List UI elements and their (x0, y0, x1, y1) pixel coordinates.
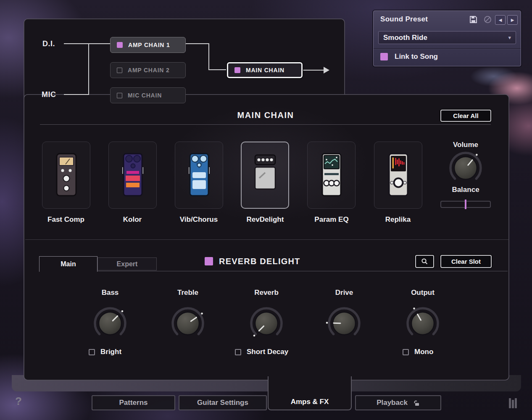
preset-divider (374, 48, 521, 49)
tab-patterns[interactable]: Patterns (92, 395, 175, 410)
clear-slot-label: Clear Slot (451, 258, 481, 265)
link-to-song-label: Link to Song (395, 52, 438, 61)
clear-all-button[interactable]: Clear All (440, 110, 491, 122)
treble-knob[interactable] (167, 302, 209, 344)
chevron-down-icon: ▾ (508, 34, 511, 41)
amp-chain-1-button[interactable]: AMP CHAIN 1 (110, 37, 186, 53)
slot-label-vib-chorus: Vib/Chorus (165, 215, 232, 224)
bright-toggle[interactable]: Bright (89, 348, 121, 356)
effect-active-indicator (205, 257, 213, 265)
mic-chain-inactive-indicator (117, 93, 122, 98)
keyboard-button[interactable] (507, 397, 519, 411)
mic-chain-button[interactable]: MIC CHAIN (110, 87, 186, 103)
pedal-art-chorus-icon (186, 152, 213, 198)
slot-label-revdelight: RevDelight (232, 215, 299, 224)
unlock-icon (413, 399, 420, 407)
tab-amps-fx[interactable]: Amps & FX (268, 376, 352, 410)
pedal-art-kolor-icon (119, 152, 146, 198)
fx-slot-param-eq[interactable] (307, 142, 356, 209)
tab-expert-label: Expert (117, 260, 138, 268)
tab-expert[interactable]: Expert (97, 257, 157, 270)
amp-chain-2-inactive-indicator (117, 68, 122, 73)
main-chain-node-button[interactable]: MAIN CHAIN (227, 62, 303, 78)
keyboard-icon (507, 397, 519, 409)
balance-label: Balance (436, 186, 495, 194)
fx-slot-revdelight[interactable] (241, 142, 289, 209)
balance-slider[interactable] (440, 201, 491, 208)
link-to-song-checkbox[interactable] (380, 53, 388, 60)
balance-slider-handle[interactable] (465, 200, 466, 209)
clear-all-label: Clear All (453, 112, 478, 119)
tab-patterns-label: Patterns (119, 399, 147, 407)
bass-label: Bass (81, 289, 140, 297)
mono-checkbox[interactable] (403, 349, 409, 355)
window-frame (12, 375, 521, 391)
short-decay-label: Short Decay (247, 348, 288, 356)
amp-chain-1-active-indicator (117, 42, 123, 48)
main-chain-active-indicator (234, 67, 240, 73)
reverb-label: Reverb (237, 289, 296, 297)
short-decay-toggle[interactable]: Short Decay (235, 348, 288, 356)
fx-slot-fast-comp[interactable] (42, 142, 90, 209)
slot-label-param-eq: Param EQ (298, 215, 365, 224)
pedal-art-delay-icon (385, 152, 412, 198)
output-knob[interactable] (402, 302, 444, 344)
amp-chain-2-button[interactable]: AMP CHAIN 2 (110, 62, 186, 78)
signal-arrow-icon (324, 67, 329, 74)
prev-icon: ◀ (499, 18, 502, 22)
main-chain-node-label: MAIN CHAIN (246, 67, 284, 74)
sound-preset-title: Sound Preset (380, 15, 428, 24)
tab-guitar-settings[interactable]: Guitar Settings (179, 395, 267, 410)
pedal-art-param-eq-icon (318, 152, 345, 198)
bright-checkbox[interactable] (89, 349, 95, 355)
fx-slot-kolor[interactable] (108, 142, 157, 209)
editor-header-divider (39, 271, 508, 271)
volume-knob[interactable] (445, 147, 487, 189)
output-label: Output (393, 289, 452, 297)
tab-main-label: Main (61, 260, 76, 268)
pedal-art-reverb-amp-icon (252, 152, 279, 198)
section-divider (25, 239, 508, 240)
mic-chain-label: MIC CHAIN (128, 92, 162, 99)
tab-playback[interactable]: Playback (355, 395, 441, 410)
mono-label: Mono (414, 348, 433, 356)
effect-title: REVERB DELIGHT (219, 257, 300, 266)
link-to-song-toggle[interactable]: Link to Song (380, 52, 438, 61)
bass-knob[interactable] (89, 302, 131, 344)
help-button[interactable]: ? (15, 395, 22, 408)
fx-slot-vib-chorus[interactable] (175, 142, 223, 209)
browse-effect-button[interactable] (415, 255, 434, 268)
sound-preset-panel: Sound Preset ◀ ▶ Smooth Ride ▾ Link to S… (373, 10, 521, 66)
tab-main[interactable]: Main (39, 256, 97, 272)
reverb-knob[interactable] (245, 302, 287, 344)
bright-label: Bright (100, 348, 121, 356)
slot-label-fast-comp: Fast Comp (32, 215, 100, 224)
mono-toggle[interactable]: Mono (403, 348, 433, 356)
short-decay-checkbox[interactable] (235, 349, 241, 355)
next-preset-button[interactable]: ▶ (507, 15, 518, 25)
amp-chain-2-label: AMP CHAIN 2 (128, 67, 170, 74)
di-input-label: D.I. (42, 39, 55, 48)
clear-slot-button[interactable]: Clear Slot (440, 255, 492, 268)
tab-guitar-settings-label: Guitar Settings (197, 399, 248, 407)
amp-chain-1-label: AMP CHAIN 1 (128, 42, 170, 48)
tab-playback-label: Playback (377, 399, 408, 407)
preset-dropdown[interactable]: Smooth Ride ▾ (378, 31, 516, 44)
treble-label: Treble (158, 289, 217, 297)
drive-knob[interactable] (323, 302, 365, 344)
fx-slot-replika[interactable] (374, 142, 422, 209)
tab-amps-fx-label: Amps & FX (291, 398, 329, 406)
save-preset-icon[interactable] (469, 16, 477, 25)
main-chain-section-title: MAIN CHAIN (237, 110, 294, 120)
pedal-art-compressor-icon (53, 152, 80, 198)
preset-dropdown-value: Smooth Ride (383, 34, 427, 42)
next-icon: ▶ (511, 18, 514, 22)
bypass-icon[interactable] (484, 16, 492, 25)
mic-input-label: MIC (42, 90, 56, 99)
header-divider (40, 124, 491, 125)
slot-label-replika: Replika (364, 215, 432, 224)
slot-label-kolor: Kolor (99, 215, 166, 224)
prev-preset-button[interactable]: ◀ (495, 15, 506, 25)
drive-label: Drive (315, 289, 374, 297)
search-icon (421, 258, 428, 265)
